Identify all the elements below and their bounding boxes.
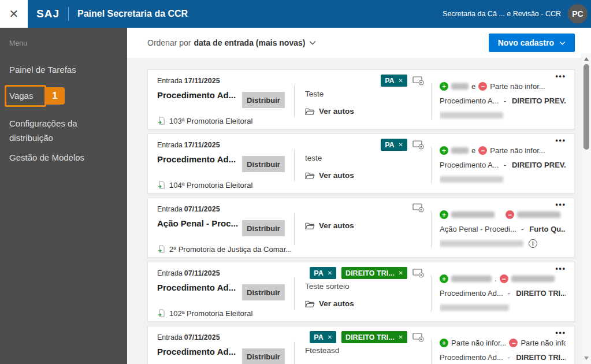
view-files-button[interactable]: Ver autos — [305, 107, 354, 116]
vacancy-card: Entrada07/11/2025 Procedimento Ad... Dis… — [147, 262, 575, 322]
case-number-line — [440, 172, 566, 187]
entry-label: Entrada — [157, 77, 183, 85]
distribute-button[interactable]: Distribuir — [242, 348, 285, 364]
card-menu-button[interactable]: ••• — [555, 136, 566, 144]
add-tag-button[interactable] — [412, 268, 425, 278]
tag-label: DIREITO TRI... — [345, 333, 395, 341]
origin-unit: 102ª Promotoria Eleitoral — [157, 309, 252, 318]
card-divider — [431, 83, 432, 120]
class-separator: - — [504, 161, 506, 169]
add-tag-button[interactable] — [412, 140, 425, 150]
case-number-line: i — [440, 236, 566, 251]
ellipsis-icon: ••• — [555, 329, 566, 337]
case-class: Procedimento A... — [440, 161, 499, 169]
close-menu-button[interactable]: ✕ — [0, 0, 28, 28]
add-tag-button[interactable] — [412, 332, 425, 342]
sidebar-item-vagas[interactable]: Vagas 1 — [5, 85, 127, 107]
card-menu-button[interactable]: ••• — [555, 265, 566, 273]
tag-label: PA — [314, 333, 323, 341]
entry-date: 07/11/2025 — [184, 205, 220, 213]
topbar-right: Secretaria da Câ ... e Revisão - CCR PC — [443, 4, 591, 24]
ellipsis-icon: ••• — [555, 200, 566, 209]
party-minus-icon: − — [505, 210, 514, 219]
new-registration-button[interactable]: Novo cadastro — [489, 34, 575, 52]
case-subject: DIREITO PREV... — [512, 161, 566, 169]
view-files-button[interactable]: Ver autos — [305, 221, 354, 230]
tag-cluster: PA✕ DIREITO TRI...✕ — [310, 267, 425, 279]
tag-cluster: PA✕ — [381, 75, 425, 87]
card-note: Ftesteasd — [305, 346, 339, 355]
card-menu-button[interactable]: ••• — [555, 329, 566, 337]
tag-remove-icon[interactable]: ✕ — [399, 142, 403, 148]
view-files-label: Ver autos — [319, 107, 354, 116]
distribute-button[interactable]: Distribuir — [242, 156, 285, 172]
folder-icon — [305, 107, 315, 116]
tag-pa[interactable]: PA✕ — [310, 267, 336, 279]
scroll-up-icon[interactable] — [584, 57, 589, 61]
entry-line: Entrada07/11/2025 — [157, 269, 220, 277]
distribute-button[interactable]: Distribuir — [242, 284, 285, 300]
card-menu-button[interactable]: ••• — [555, 72, 566, 80]
scrollbar[interactable] — [581, 53, 591, 364]
class-separator: - — [504, 96, 506, 105]
scroll-down-icon[interactable] — [584, 356, 589, 360]
tag-remove-icon[interactable]: ✕ — [399, 334, 403, 340]
page-title: Painel Secretaria da CCR — [77, 9, 188, 19]
vacancy-card: Entrada17/11/2025 Procedimento Ad... Dis… — [147, 133, 575, 194]
tag-label: PA — [385, 141, 394, 149]
case-title: Procedimento Ad... — [157, 154, 243, 164]
sort-value: data de entrada (mais novas) — [194, 38, 305, 47]
tag-direito-tri[interactable]: DIREITO TRI...✕ — [341, 331, 407, 343]
folder-icon — [305, 300, 315, 308]
sidebar-item-gestao-de-modelos[interactable]: Gestão de Modelos — [9, 153, 118, 162]
party-name: Parte não infor... — [490, 82, 545, 91]
card-divider — [431, 339, 432, 364]
card-note: teste — [305, 154, 322, 162]
add-tag-button[interactable] — [412, 76, 425, 86]
add-tag-icon — [412, 140, 425, 150]
tag-direito-tri[interactable]: DIREITO TRI...✕ — [341, 267, 407, 279]
party-section: + − Ação Penal - Procedi... - Furto Qu..… — [440, 207, 566, 251]
card-menu-button[interactable]: ••• — [555, 200, 566, 209]
avatar[interactable]: PC — [568, 4, 588, 24]
distribute-button[interactable]: Distribuir — [242, 220, 285, 236]
sidebar-item-configuracoes-da-distribuicao[interactable]: Configurações da distribuição — [9, 116, 97, 145]
org-name: Secretaria da Câ ... e Revisão - CCR — [443, 10, 561, 18]
add-tag-button[interactable] — [412, 203, 425, 213]
party-separator: . — [495, 274, 497, 283]
tag-remove-icon[interactable]: ✕ — [328, 334, 332, 340]
party-line: + − — [440, 207, 566, 222]
distribute-button[interactable]: Distribuir — [242, 92, 285, 108]
document-arrow-icon — [157, 116, 166, 125]
tag-remove-icon[interactable]: ✕ — [328, 270, 332, 276]
party-minus-icon: − — [500, 274, 508, 283]
tag-pa[interactable]: PA✕ — [381, 139, 407, 151]
view-files-button[interactable]: Ver autos — [305, 299, 354, 308]
redacted-text — [440, 112, 503, 118]
party-minus-icon: − — [509, 339, 518, 347]
sort-dropdown[interactable]: Ordenar por data de entrada (mais novas) — [147, 38, 316, 47]
info-icon[interactable]: i — [529, 239, 537, 248]
redacted-text — [451, 276, 492, 282]
origin-unit: 103ª Promotoria Eleitoral — [157, 116, 252, 125]
party-line: + e − Parte não infor... — [440, 143, 566, 158]
case-class: Ação Penal - Procedi... — [440, 225, 516, 233]
tag-pa[interactable]: PA✕ — [310, 331, 336, 343]
close-icon: ✕ — [9, 7, 19, 21]
card-note: Teste — [305, 90, 324, 98]
sidebar-item-label: Configurações da distribuição — [9, 118, 77, 143]
case-class: Procedimento Ad... — [440, 289, 503, 298]
tag-remove-icon[interactable]: ✕ — [399, 270, 403, 276]
sidebar-item-painel-de-tarefas[interactable]: Painel de Tarefas — [9, 65, 118, 75]
tag-remove-icon[interactable]: ✕ — [399, 77, 403, 84]
party-minus-icon: − — [478, 82, 487, 91]
view-files-button[interactable]: Ver autos — [305, 171, 354, 180]
scrollbar-thumb[interactable] — [583, 64, 589, 150]
new-registration-label: Novo cadastro — [498, 38, 554, 47]
case-number-line — [440, 300, 566, 315]
entry-label: Entrada — [157, 205, 183, 213]
main-content: Ordenar por data de entrada (mais novas)… — [127, 28, 591, 364]
view-files-label: Ver autos — [319, 221, 354, 230]
tag-pa[interactable]: PA✕ — [381, 75, 407, 87]
avatar-initials: PC — [572, 9, 583, 18]
